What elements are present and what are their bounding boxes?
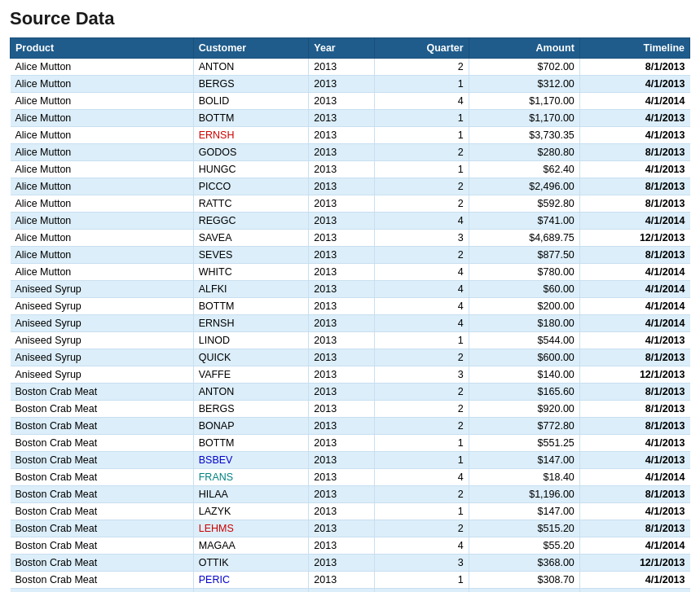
cell-year: 2013 <box>309 589 375 593</box>
cell-customer: QUEEN <box>193 589 309 593</box>
cell-quarter: 4 <box>375 264 469 281</box>
cell-timeline: 4/1/2013 <box>579 127 689 144</box>
table-row: Boston Crab MeatQUEEN20131$556.384/1/201… <box>11 589 690 593</box>
page-container: Source Data Product Customer Year Quarte… <box>0 0 700 592</box>
table-row: Alice MuttonWHITC20134$780.004/1/2014 <box>11 264 690 281</box>
table-row: Aniseed SyrupLINOD20131$544.004/1/2013 <box>11 332 690 349</box>
cell-amount: $4,689.75 <box>469 230 579 247</box>
cell-customer: ANTON <box>193 59 309 76</box>
table-row: Aniseed SyrupVAFFE20133$140.0012/1/2013 <box>11 366 690 384</box>
cell-year: 2013 <box>309 76 375 93</box>
cell-customer: QUICK <box>193 349 309 366</box>
cell-quarter: 2 <box>375 401 469 418</box>
cell-year: 2013 <box>309 178 375 195</box>
cell-timeline: 12/1/2013 <box>579 230 689 247</box>
table-row: Alice MuttonERNSH20131$3,730.354/1/2013 <box>11 127 690 144</box>
cell-year: 2013 <box>309 401 375 418</box>
cell-product: Boston Crab Meat <box>11 555 194 572</box>
table-row: Alice MuttonGODOS20132$280.808/1/2013 <box>11 144 690 161</box>
cell-quarter: 2 <box>375 520 469 537</box>
cell-customer: BOTTM <box>193 110 309 127</box>
cell-year: 2013 <box>309 452 375 469</box>
cell-timeline: 4/1/2014 <box>579 281 689 298</box>
cell-product: Alice Mutton <box>11 127 194 144</box>
cell-year: 2013 <box>309 572 375 589</box>
col-amount: Amount <box>469 38 579 59</box>
cell-amount: $165.60 <box>469 384 579 401</box>
table-row: Alice MuttonHUNGC20131$62.404/1/2013 <box>11 161 690 178</box>
cell-customer: SEVES <box>193 247 309 264</box>
cell-amount: $551.25 <box>469 435 579 452</box>
cell-product: Boston Crab Meat <box>11 537 194 555</box>
cell-year: 2013 <box>309 486 375 503</box>
table-row: Boston Crab MeatHILAA20132$1,196.008/1/2… <box>11 486 690 503</box>
cell-amount: $140.00 <box>469 366 579 384</box>
cell-year: 2013 <box>309 93 375 110</box>
cell-year: 2013 <box>309 332 375 349</box>
cell-amount: $280.80 <box>469 144 579 161</box>
cell-amount: $1,196.00 <box>469 486 579 503</box>
cell-amount: $1,170.00 <box>469 110 579 127</box>
cell-product: Aniseed Syrup <box>11 332 194 349</box>
cell-product: Alice Mutton <box>11 247 194 264</box>
cell-customer: ALFKI <box>193 281 309 298</box>
table-row: Boston Crab MeatBSBEV20131$147.004/1/201… <box>11 452 690 469</box>
cell-year: 2013 <box>309 366 375 384</box>
table-row: Alice MuttonANTON20132$702.008/1/2013 <box>11 59 690 76</box>
cell-amount: $741.00 <box>469 213 579 230</box>
cell-timeline: 4/1/2014 <box>579 264 689 281</box>
table-row: Alice MuttonREGGC20134$741.004/1/2014 <box>11 213 690 230</box>
cell-amount: $368.00 <box>469 555 579 572</box>
col-timeline: Timeline <box>579 38 689 59</box>
cell-timeline: 8/1/2013 <box>579 144 689 161</box>
cell-amount: $877.50 <box>469 247 579 264</box>
cell-quarter: 4 <box>375 315 469 332</box>
cell-quarter: 1 <box>375 572 469 589</box>
cell-amount: $780.00 <box>469 264 579 281</box>
table-header-row: Product Customer Year Quarter Amount Tim… <box>11 38 690 59</box>
cell-customer: SAVEA <box>193 230 309 247</box>
cell-amount: $3,730.35 <box>469 127 579 144</box>
cell-customer: WHITC <box>193 264 309 281</box>
table-row: Alice MuttonBERGS20131$312.004/1/2013 <box>11 76 690 93</box>
cell-customer: ANTON <box>193 384 309 401</box>
cell-product: Alice Mutton <box>11 144 194 161</box>
cell-amount: $600.00 <box>469 349 579 366</box>
cell-timeline: 4/1/2013 <box>579 572 689 589</box>
cell-timeline: 4/1/2014 <box>579 315 689 332</box>
cell-timeline: 4/1/2013 <box>579 161 689 178</box>
cell-year: 2013 <box>309 247 375 264</box>
cell-quarter: 3 <box>375 555 469 572</box>
cell-year: 2013 <box>309 144 375 161</box>
table-row: Alice MuttonSAVEA20133$4,689.7512/1/2013 <box>11 230 690 247</box>
table-row: Boston Crab MeatBOTTM20131$551.254/1/201… <box>11 435 690 452</box>
cell-customer: LEHMS <box>193 520 309 537</box>
cell-product: Alice Mutton <box>11 76 194 93</box>
table-row: Aniseed SyrupALFKI20134$60.004/1/2014 <box>11 281 690 298</box>
table-row: Boston Crab MeatBONAP20132$772.808/1/201… <box>11 418 690 435</box>
cell-year: 2013 <box>309 110 375 127</box>
table-row: Alice MuttonPICCO20132$2,496.008/1/2013 <box>11 178 690 195</box>
cell-year: 2013 <box>309 298 375 315</box>
cell-product: Aniseed Syrup <box>11 281 194 298</box>
cell-timeline: 4/1/2013 <box>579 110 689 127</box>
cell-year: 2013 <box>309 555 375 572</box>
cell-year: 2013 <box>309 281 375 298</box>
cell-year: 2013 <box>309 537 375 555</box>
cell-timeline: 8/1/2013 <box>579 418 689 435</box>
table-row: Aniseed SyrupQUICK20132$600.008/1/2013 <box>11 349 690 366</box>
cell-product: Boston Crab Meat <box>11 435 194 452</box>
table-row: Boston Crab MeatBERGS20132$920.008/1/201… <box>11 401 690 418</box>
cell-amount: $147.00 <box>469 503 579 520</box>
cell-product: Boston Crab Meat <box>11 520 194 537</box>
cell-product: Aniseed Syrup <box>11 349 194 366</box>
cell-year: 2013 <box>309 349 375 366</box>
cell-year: 2013 <box>309 230 375 247</box>
cell-year: 2013 <box>309 195 375 213</box>
table-row: Aniseed SyrupBOTTM20134$200.004/1/2014 <box>11 298 690 315</box>
col-product: Product <box>11 38 194 59</box>
cell-timeline: 8/1/2013 <box>579 59 689 76</box>
source-data-table: Product Customer Year Quarter Amount Tim… <box>10 37 690 592</box>
cell-year: 2013 <box>309 384 375 401</box>
cell-year: 2013 <box>309 213 375 230</box>
